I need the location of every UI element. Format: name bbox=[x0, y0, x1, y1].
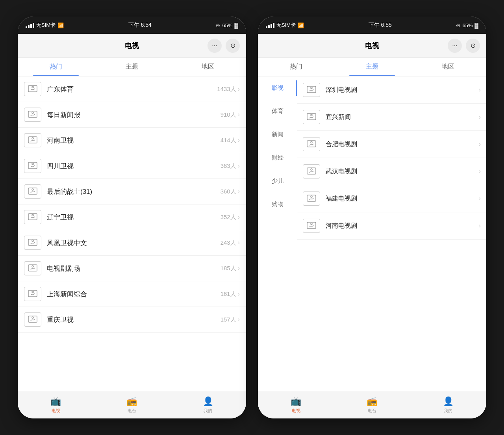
chevron-icon: › bbox=[238, 239, 240, 246]
nav-bar-1: 电视 ··· ⊙ bbox=[18, 34, 246, 58]
more-button-2[interactable]: ··· bbox=[448, 39, 462, 53]
svg-point-1 bbox=[32, 86, 33, 88]
channel-name: 深圳电视剧 bbox=[326, 86, 479, 94]
phones-container: 无SIM卡 📶 下午 6:54 ⊛ 65% ▓ 电视 ··· ⊙ 热门 bbox=[18, 17, 486, 418]
channel-name: 宜兴新闻 bbox=[326, 113, 479, 121]
scan-button-2[interactable]: ⊙ bbox=[466, 39, 480, 53]
list-item[interactable]: 最后的战士(31) 360人 › bbox=[18, 179, 246, 204]
status-right-2: ⊛ 65% ▓ bbox=[456, 22, 478, 28]
phone-1: 无SIM卡 📶 下午 6:54 ⊛ 65% ▓ 电视 ··· ⊙ 热门 bbox=[18, 17, 246, 418]
battery-text-1: 65% bbox=[222, 22, 232, 28]
channel-icon bbox=[24, 287, 41, 301]
chevron-icon: › bbox=[479, 86, 481, 93]
bottom-tv-1[interactable]: 📺 电视 bbox=[18, 391, 94, 418]
user-icon-2: 👤 bbox=[443, 396, 454, 407]
list-item[interactable]: 凤凰卫视中文 243人 › bbox=[18, 230, 246, 256]
tab-bar-1: 热门 主题 地区 bbox=[18, 58, 246, 76]
channel-count: 157人 bbox=[220, 316, 236, 323]
channel-count: 1433人 bbox=[217, 86, 236, 93]
channel-count: 352人 bbox=[220, 214, 236, 221]
sidebar-item[interactable]: 影视 bbox=[258, 76, 297, 100]
svg-point-11 bbox=[32, 214, 33, 216]
tab-region-2[interactable]: 地区 bbox=[410, 58, 486, 76]
bottom-nav-2: 📺 电视 📻 电台 👤 我的 bbox=[258, 391, 486, 418]
sidebar-item[interactable]: 财经 bbox=[258, 146, 297, 169]
nav-bar-2: 电视 ··· ⊙ bbox=[258, 34, 486, 58]
svg-point-13 bbox=[32, 240, 33, 242]
chevron-icon: › bbox=[479, 222, 481, 229]
channel-icon bbox=[303, 110, 320, 124]
svg-point-15 bbox=[32, 266, 33, 267]
right-list-item[interactable]: 深圳电视剧 › bbox=[297, 76, 486, 104]
status-left-2: 无SIM卡 📶 bbox=[266, 22, 304, 29]
channel-icon bbox=[303, 164, 320, 178]
battery-icon-1: ⊛ bbox=[216, 22, 220, 28]
status-right-1: ⊛ 65% ▓ bbox=[216, 22, 238, 28]
sidebar-item[interactable]: 体育 bbox=[258, 100, 297, 123]
nav-title-2: 电视 bbox=[365, 41, 379, 50]
channel-icon bbox=[24, 210, 41, 224]
svg-point-5 bbox=[32, 138, 33, 139]
channel-name: 电视剧剧场 bbox=[47, 264, 220, 273]
channel-name: 四川卫视 bbox=[47, 162, 220, 171]
channel-name: 凤凰卫视中文 bbox=[47, 238, 220, 247]
svg-point-25 bbox=[311, 141, 312, 143]
list-item[interactable]: 四川卫视 383人 › bbox=[18, 153, 246, 179]
bottom-tv-2[interactable]: 📺 电视 bbox=[258, 391, 334, 418]
list-item[interactable]: 每日新闻报 910人 › bbox=[18, 102, 246, 128]
bottom-radio-2[interactable]: 📻 电台 bbox=[334, 391, 410, 418]
bottom-nav-1: 📺 电视 📻 电台 👤 我的 bbox=[18, 391, 246, 418]
channel-count: 383人 bbox=[220, 162, 236, 170]
channel-icon bbox=[303, 191, 320, 206]
channel-icon bbox=[303, 137, 320, 151]
channel-list-1: 广东体育 1433人 › 每日新闻报 910人 › 河南卫视 414人 › 四川… bbox=[18, 76, 246, 391]
bottom-radio-1[interactable]: 📻 电台 bbox=[94, 391, 170, 418]
right-list-item[interactable]: 河南电视剧 › bbox=[297, 212, 486, 240]
list-item[interactable]: 重庆卫视 157人 › bbox=[18, 307, 246, 333]
tab-region-1[interactable]: 地区 bbox=[170, 58, 246, 76]
battery-bar-2: ▓ bbox=[475, 22, 478, 28]
bottom-user-1[interactable]: 👤 我的 bbox=[170, 391, 246, 418]
svg-point-29 bbox=[311, 196, 312, 197]
sidebar-item[interactable]: 少儿 bbox=[258, 169, 297, 193]
wifi-icon-2: 📶 bbox=[298, 22, 304, 28]
wifi-icon-1: 📶 bbox=[57, 22, 64, 28]
tab-theme-2[interactable]: 主题 bbox=[334, 58, 410, 76]
channel-icon bbox=[24, 236, 41, 250]
svg-point-27 bbox=[311, 169, 312, 170]
list-item[interactable]: 河南卫视 414人 › bbox=[18, 128, 246, 153]
radio-icon-1: 📻 bbox=[126, 396, 137, 407]
sim-text-2: 无SIM卡 bbox=[276, 22, 296, 29]
channel-name: 河南电视剧 bbox=[326, 222, 479, 230]
right-list-item[interactable]: 武汉电视剧 › bbox=[297, 158, 486, 185]
bottom-user-2[interactable]: 👤 我的 bbox=[410, 391, 486, 418]
channel-count: 243人 bbox=[220, 239, 236, 247]
chevron-icon: › bbox=[238, 214, 240, 221]
nav-title-1: 电视 bbox=[125, 41, 139, 50]
scan-button-1[interactable]: ⊙ bbox=[226, 39, 240, 53]
sidebar-item[interactable]: 购物 bbox=[258, 193, 297, 216]
sidebar-item[interactable]: 新闻 bbox=[258, 123, 297, 146]
chevron-icon: › bbox=[238, 111, 240, 118]
list-item[interactable]: 广东体育 1433人 › bbox=[18, 76, 246, 102]
right-list-item[interactable]: 宜兴新闻 › bbox=[297, 104, 486, 131]
tab-hot-2[interactable]: 热门 bbox=[258, 58, 334, 76]
channel-name: 河南卫视 bbox=[47, 136, 220, 145]
svg-point-31 bbox=[311, 223, 312, 225]
channel-icon bbox=[24, 312, 41, 327]
tab-hot-1[interactable]: 热门 bbox=[18, 58, 94, 76]
chevron-icon: › bbox=[479, 168, 481, 175]
right-list-item[interactable]: 合肥电视剧 › bbox=[297, 131, 486, 158]
list-item[interactable]: 辽宁卫视 352人 › bbox=[18, 204, 246, 230]
channel-name: 辽宁卫视 bbox=[47, 213, 220, 222]
more-button-1[interactable]: ··· bbox=[208, 39, 222, 53]
time-1: 下午 6:54 bbox=[128, 22, 152, 29]
list-item[interactable]: 上海新闻综合 161人 › bbox=[18, 281, 246, 307]
right-list-2: 深圳电视剧 › 宜兴新闻 › 合肥电视剧 › 武汉电视剧 › 福建电视剧 › bbox=[297, 76, 486, 391]
phone-2: 无SIM卡 📶 下午 6:55 ⊛ 65% ▓ 电视 ··· ⊙ 热门 bbox=[258, 17, 486, 418]
svg-point-9 bbox=[32, 189, 33, 190]
tab-theme-1[interactable]: 主题 bbox=[94, 58, 170, 76]
list-item[interactable]: 电视剧剧场 185人 › bbox=[18, 256, 246, 281]
channel-name: 重庆卫视 bbox=[47, 315, 220, 324]
right-list-item[interactable]: 福建电视剧 › bbox=[297, 185, 486, 212]
